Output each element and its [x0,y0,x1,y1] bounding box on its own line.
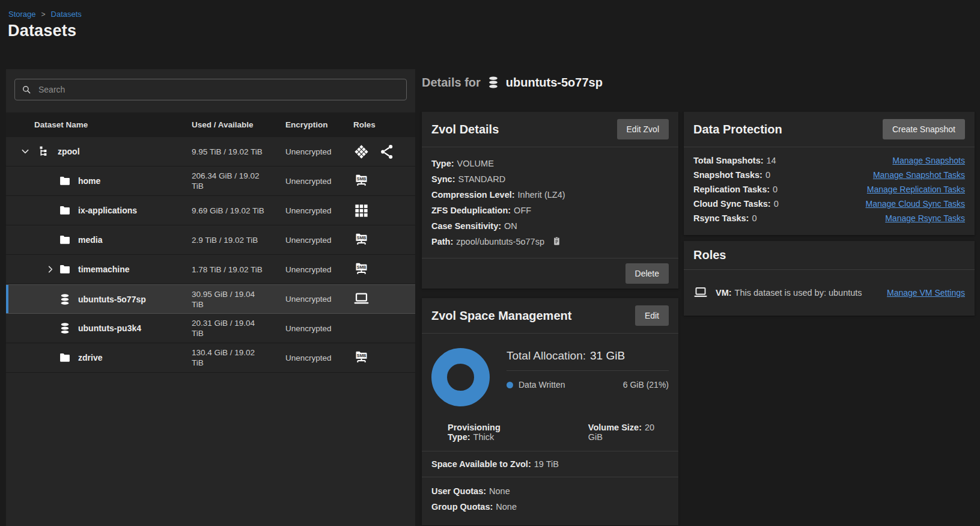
field-label: Space Available to Zvol: [431,459,531,469]
chevron-right-icon[interactable] [46,265,55,274]
manage-snapshot-tasks-link[interactable]: Manage Snapshot Tasks [873,170,965,180]
manage-replication-tasks-link[interactable]: Manage Replication Tasks [867,185,965,194]
field-value: 0 [774,199,779,209]
legend-dot [507,382,513,388]
table-row-zdrive[interactable]: zdrive 130.4 GiB / 19.02 TiB Unencrypted [6,343,415,373]
used-available: 20.31 GiB / 19.04 TiB [183,318,273,338]
field-value: 19 TiB [534,459,559,469]
share-icon [379,144,395,160]
pool-icon [38,145,50,157]
folder-icon [59,204,71,216]
dataset-name: timemachine [78,265,130,274]
table-row-ubuntuts-5o77sp[interactable]: ubuntuts-5o77sp 30.95 GiB / 19.04 TiB Un… [6,284,415,314]
field-value: 0 [765,170,770,180]
legend-value: 6 GiB (21%) [623,380,669,390]
field-label: ZFS Deduplication: [431,206,511,215]
table-row-timemachine[interactable]: timemachine 1.78 TiB / 19.02 TiB Unencry… [6,255,415,284]
field-label: Snapshot Tasks: [693,170,762,180]
smb-share-icon [353,173,370,189]
total-allocation: Total Allocation:31 GiB [507,344,669,371]
legend-label: Data Written [519,380,565,390]
field-label: Case Sensitivity: [431,221,501,231]
volume-size-field: Volume Size:20 GiB [588,423,669,442]
field-value: Inherit (LZ4) [518,190,565,200]
smb-share-icon [353,261,370,278]
table-row-ix-applications[interactable]: ix-applications 9.69 GiB / 19.02 TiB Une… [6,196,415,225]
search-icon [21,84,32,95]
encryption-status: Unencrypted [273,147,348,157]
roles-title: Roles [693,248,726,262]
table-row-ubuntuts-pu3k4[interactable]: ubuntuts-pu3k4 20.31 GiB / 19.04 TiB Une… [6,314,415,343]
encryption-status: Unencrypted [273,265,348,275]
search-input[interactable] [37,84,400,95]
column-header-used-available: Used / Available [183,120,273,129]
zvol-space-management-card: Zvol Space Management Edit Total Allocat… [422,298,678,525]
total-allocation-value: 31 GiB [590,349,625,362]
details-section: Details for ubuntuts-5o77sp Zvol Details… [422,69,975,525]
encryption-status: Unencrypted [273,294,348,304]
snapshot-tasks-row: Snapshot Tasks:0 Manage Snapshot Tasks [693,170,965,180]
field-value: None [489,486,510,496]
encryption-status: Unencrypted [273,176,348,186]
edit-space-button[interactable]: Edit [635,305,669,326]
field-label: Type: [431,159,454,168]
legend-data-written: Data Written 6 GiB (21%) [507,380,669,390]
smb-share-icon [353,232,370,248]
dataset-name: ix-applications [78,206,137,215]
space-management-title: Zvol Space Management [431,309,571,323]
used-available: 2.9 TiB / 19.02 TiB [183,235,273,245]
dataset-name: zdrive [78,353,102,362]
field-value: STANDARD [458,174,506,184]
search-bar [6,69,415,112]
field-value: 0 [773,185,778,194]
used-available: 206.34 GiB / 19.02 TiB [183,171,273,191]
vm-icon [353,291,370,307]
provisioning-type-field: Provisioning Type:Thick [448,423,546,442]
breadcrumb-separator: > [41,10,46,19]
cloud-sync-tasks-row: Cloud Sync Tasks:0 Manage Cloud Sync Tas… [693,199,965,209]
search-box[interactable] [14,79,407,100]
used-available: 30.95 GiB / 19.04 TiB [183,289,273,310]
apps-grid-icon [353,203,370,219]
case-sensitivity-field: Case Sensitivity:ON [431,218,669,234]
edit-zvol-button[interactable]: Edit Zvol [617,119,669,139]
manage-cloud-sync-tasks-link[interactable]: Manage Cloud Sync Tasks [866,199,966,209]
manage-snapshots-link[interactable]: Manage Snapshots [892,156,965,165]
dataset-name: ubuntuts-pu3k4 [78,323,141,333]
field-label: User Quotas: [431,486,486,496]
manage-vm-settings-link[interactable]: Manage VM Settings [887,288,965,298]
zvol-details-title: Zvol Details [431,123,499,136]
field-label: Rsync Tasks: [693,213,749,223]
delete-button[interactable]: Delete [625,263,669,284]
encryption-status: Unencrypted [273,206,348,216]
create-snapshot-button[interactable]: Create Snapshot [883,119,965,139]
zvol-details-card: Zvol Details Edit Zvol Type:VOLUME Sync:… [422,112,678,289]
apps-weave-icon [353,144,370,160]
compression-field: Compression Level:Inherit (LZ4) [431,187,669,203]
used-available: 9.69 GiB / 19.02 TiB [183,206,273,216]
details-for-label: Details for [422,76,481,90]
total-allocation-label: Total Allocation: [507,349,586,362]
table-row-zpool[interactable]: zpool 9.95 TiB / 19.02 TiB Unencrypted [6,137,415,167]
zvol-icon [59,293,71,305]
chevron-down-icon[interactable] [20,147,30,156]
smb-share-icon [353,350,370,366]
space-donut-chart [431,348,490,406]
sync-field: Sync:STANDARD [431,171,669,187]
field-value: zpool/ubuntuts-5o77sp [456,237,544,246]
manage-rsync-tasks-link[interactable]: Manage Rsync Tasks [885,213,965,223]
vm-label: VM: [716,288,732,298]
breadcrumb-storage-link[interactable]: Storage [8,10,36,19]
field-value: 0 [752,213,756,223]
table-row-media[interactable]: media 2.9 TiB / 19.02 TiB Unencrypted [6,225,415,255]
breadcrumb: Storage > Datasets [8,10,82,19]
field-label: Cloud Sync Tasks: [693,199,771,209]
encryption-status: Unencrypted [273,323,348,334]
clipboard-copy-icon[interactable] [552,236,562,247]
page-title: Datasets [8,22,76,40]
folder-icon [59,263,71,275]
table-row-home[interactable]: home 206.34 GiB / 19.02 TiB Unencrypted [6,167,415,196]
provisioning-row: Provisioning Type:Thick Volume Size:20 G… [422,406,678,451]
replication-tasks-row: Replication Tasks:0 Manage Replication T… [693,185,965,194]
breadcrumb-datasets-link[interactable]: Datasets [51,10,82,19]
